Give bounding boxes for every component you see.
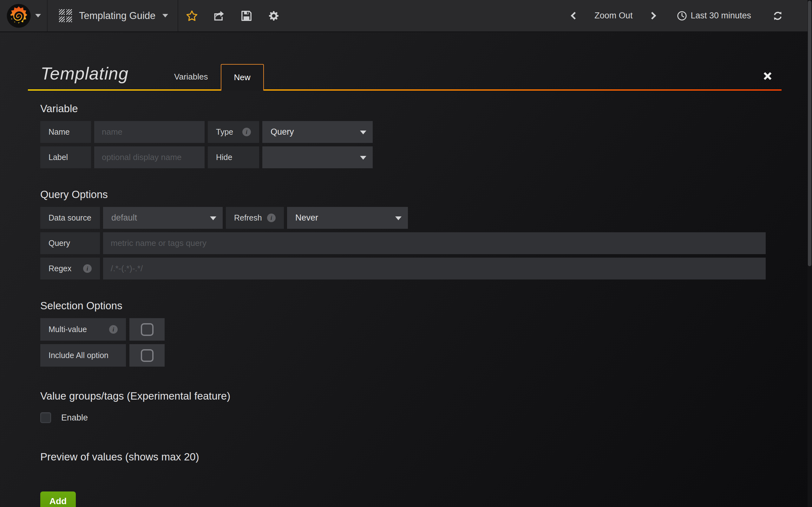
info-icon[interactable]: i bbox=[83, 264, 92, 273]
form-row-regex: Regex i bbox=[40, 258, 766, 279]
datasource-label: Data source bbox=[40, 207, 100, 229]
clock-icon bbox=[676, 10, 687, 21]
tab-new[interactable]: New bbox=[221, 64, 264, 91]
regex-label: Regex i bbox=[40, 258, 100, 279]
dashboard-title: Templating Guide bbox=[79, 10, 155, 21]
section-heading-selection-options: Selection Options bbox=[40, 300, 766, 312]
regex-input[interactable] bbox=[103, 258, 766, 279]
query-input[interactable] bbox=[103, 232, 766, 254]
variable-editor-form: Variable Name Type i Query Label Hide Qu… bbox=[40, 103, 766, 507]
datasource-select[interactable]: default bbox=[103, 207, 223, 229]
chevron-down-icon bbox=[35, 14, 41, 17]
enable-label: Enable bbox=[61, 413, 88, 423]
share-dashboard-button[interactable] bbox=[206, 0, 233, 32]
chevron-left-icon bbox=[571, 12, 578, 19]
type-label: Type i bbox=[208, 121, 259, 143]
scrollbar-thumb[interactable] bbox=[808, 1, 811, 266]
zoom-out-button[interactable]: Zoom Out bbox=[585, 0, 642, 32]
section-heading-variable: Variable bbox=[40, 103, 766, 115]
caret-down-icon bbox=[360, 130, 366, 134]
time-shift-back-button[interactable] bbox=[564, 0, 585, 32]
multi-value-checkbox[interactable] bbox=[130, 318, 165, 341]
info-icon[interactable]: i bbox=[242, 128, 251, 136]
scrollbar-track[interactable] bbox=[808, 0, 812, 507]
refresh-select[interactable]: Never bbox=[287, 207, 408, 229]
star-icon bbox=[186, 9, 198, 22]
tab-variables[interactable]: Variables bbox=[161, 64, 220, 89]
info-icon[interactable]: i bbox=[267, 214, 275, 222]
include-all-checkbox[interactable] bbox=[130, 344, 165, 367]
display-name-input[interactable] bbox=[94, 147, 205, 168]
page-title: Templating bbox=[41, 63, 129, 83]
navbar: Templating Guide Zoom Out bbox=[0, 0, 812, 32]
refresh-icon bbox=[772, 10, 783, 21]
save-dashboard-button[interactable] bbox=[233, 0, 260, 32]
include-all-row: Include All option bbox=[40, 344, 766, 367]
add-button[interactable]: Add bbox=[40, 492, 76, 507]
info-icon[interactable]: i bbox=[109, 325, 118, 334]
type-select[interactable]: Query bbox=[262, 121, 373, 143]
enable-row: Enable bbox=[40, 412, 766, 423]
time-range-label: Last 30 minutes bbox=[691, 11, 751, 20]
share-icon bbox=[213, 9, 225, 22]
form-row-label-hide: Label Hide bbox=[40, 147, 766, 168]
timepicker-controls: Zoom Out Last 30 minutes bbox=[564, 0, 812, 32]
caret-down-icon bbox=[360, 156, 366, 160]
hide-select[interactable] bbox=[262, 147, 373, 168]
label-label: Label bbox=[40, 147, 91, 168]
grafana-logo-icon bbox=[6, 3, 32, 29]
refresh-dashboard-button[interactable] bbox=[759, 0, 792, 32]
form-row-name-type: Name Type i Query bbox=[40, 121, 766, 143]
templating-header: Templating Variables New bbox=[28, 32, 781, 91]
dashboard-grid-icon bbox=[59, 9, 72, 22]
multi-value-row: Multi-value i bbox=[40, 318, 766, 341]
name-label: Name bbox=[40, 121, 91, 143]
time-range-picker-button[interactable]: Last 30 minutes bbox=[663, 0, 759, 32]
multi-value-label: Multi-value i bbox=[40, 318, 126, 341]
name-input[interactable] bbox=[94, 121, 205, 143]
checkbox-unchecked-icon bbox=[141, 349, 154, 362]
hide-label: Hide bbox=[208, 147, 259, 168]
enable-checkbox[interactable] bbox=[40, 412, 51, 423]
section-heading-preview: Preview of values (shows max 20) bbox=[40, 451, 766, 463]
close-button[interactable] bbox=[763, 71, 773, 81]
zoom-out-label: Zoom Out bbox=[593, 11, 635, 20]
refresh-label: Refresh i bbox=[226, 207, 284, 229]
include-all-label: Include All option bbox=[40, 344, 126, 367]
section-heading-query-options: Query Options bbox=[40, 188, 766, 201]
close-icon bbox=[763, 71, 773, 81]
save-icon bbox=[240, 9, 253, 22]
caret-down-icon bbox=[210, 216, 216, 220]
dashboard-picker-button[interactable]: Templating Guide bbox=[48, 0, 178, 32]
checkbox-unchecked-icon bbox=[141, 323, 154, 336]
dashboard-settings-button[interactable] bbox=[260, 0, 287, 32]
form-row-datasource-refresh: Data source default Refresh i Never bbox=[40, 207, 766, 229]
caret-down-icon bbox=[395, 216, 402, 220]
time-shift-forward-button[interactable] bbox=[642, 0, 663, 32]
query-label: Query bbox=[40, 232, 100, 254]
grafana-menu-button[interactable] bbox=[0, 0, 48, 32]
form-row-query: Query bbox=[40, 232, 766, 254]
section-heading-value-groups: Value groups/tags (Experimental feature) bbox=[40, 390, 766, 402]
chevron-right-icon bbox=[649, 12, 656, 19]
gear-icon bbox=[267, 9, 280, 22]
chevron-down-icon bbox=[162, 14, 168, 17]
star-dashboard-button[interactable] bbox=[178, 0, 206, 32]
